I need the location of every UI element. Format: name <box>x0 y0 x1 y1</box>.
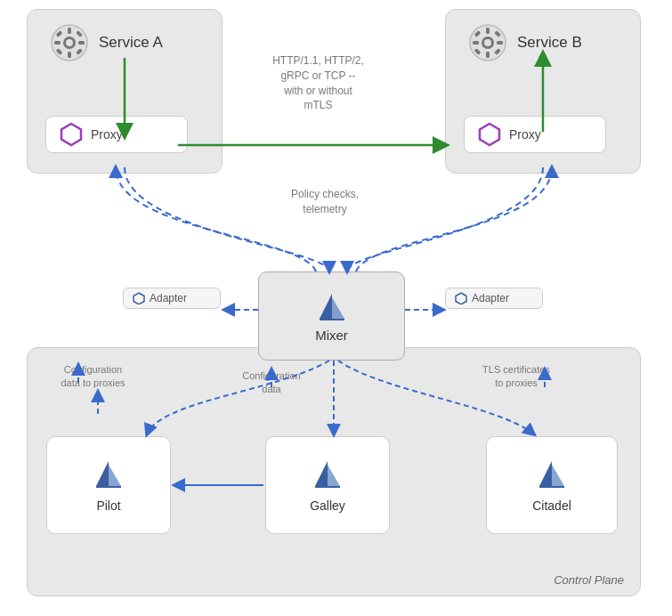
svg-marker-36 <box>552 465 564 486</box>
svg-marker-35 <box>539 461 552 486</box>
http-arrow-label: HTTP/1.1, HTTP/2, gRPC or TCP -- with or… <box>240 53 396 113</box>
service-a-label: Service A <box>99 34 163 52</box>
pilot-label: Pilot <box>96 498 120 513</box>
svg-marker-27 <box>134 293 144 304</box>
service-b-label: Service B <box>517 34 582 52</box>
svg-rect-4 <box>68 52 71 58</box>
proxy-a-hex-icon <box>59 122 84 147</box>
control-plane-label: Control Plane <box>554 573 624 587</box>
citadel-label: Citadel <box>532 498 571 513</box>
proxy-b-label: Proxy <box>509 127 541 142</box>
pilot-box: Pilot <box>46 436 171 534</box>
svg-marker-11 <box>61 124 81 145</box>
svg-marker-29 <box>96 461 109 486</box>
proxy-a-box: Proxy <box>45 116 188 153</box>
svg-rect-3 <box>68 28 71 34</box>
svg-rect-5 <box>54 41 61 45</box>
svg-marker-30 <box>109 465 121 486</box>
svg-marker-24 <box>320 294 332 319</box>
proxy-a-label: Proxy <box>91 127 123 142</box>
galley-label: Galley <box>310 498 345 513</box>
mixer-label: Mixer <box>315 328 348 343</box>
adapter-right-box: Adapter <box>445 288 543 309</box>
config-proxies-label: Configuration data to proxies <box>46 363 140 391</box>
tls-label: TLS certificates to proxies <box>463 363 570 391</box>
svg-rect-6 <box>78 41 85 45</box>
svg-marker-28 <box>456 293 466 304</box>
proxy-b-box: Proxy <box>464 116 606 153</box>
adapter-left-box: Adapter <box>123 288 221 309</box>
svg-marker-25 <box>332 297 344 319</box>
svg-rect-18 <box>497 41 503 45</box>
mixer-sail-icon <box>315 290 349 324</box>
svg-rect-16 <box>486 52 490 58</box>
adapter-left-icon <box>133 292 145 304</box>
service-b-box: Service B Proxy <box>445 9 641 174</box>
config-data-label: Configuration data <box>227 369 316 397</box>
svg-marker-23 <box>480 124 499 145</box>
diagram: Service A Proxy <box>0 0 672 616</box>
mixer-box: Mixer <box>258 272 405 361</box>
citadel-box: Citadel <box>486 436 618 534</box>
svg-marker-32 <box>315 461 328 486</box>
svg-point-14 <box>484 39 491 46</box>
adapter-right-icon <box>455 292 467 304</box>
svg-rect-15 <box>486 28 490 34</box>
svg-rect-17 <box>473 41 479 45</box>
policy-arrow-label: Policy checks, telemetry <box>263 187 387 217</box>
service-a-box: Service A Proxy <box>27 9 223 174</box>
service-b-icon <box>467 22 508 63</box>
citadel-sail-icon <box>535 458 569 491</box>
adapter-left-label: Adapter <box>150 292 187 304</box>
galley-sail-icon <box>311 458 344 491</box>
adapter-right-label: Adapter <box>472 292 509 304</box>
galley-box: Galley <box>265 436 390 534</box>
proxy-b-hex-icon <box>477 122 502 147</box>
pilot-sail-icon <box>92 458 125 491</box>
svg-marker-33 <box>328 465 340 486</box>
svg-point-2 <box>66 39 73 46</box>
service-a-icon <box>49 22 90 63</box>
